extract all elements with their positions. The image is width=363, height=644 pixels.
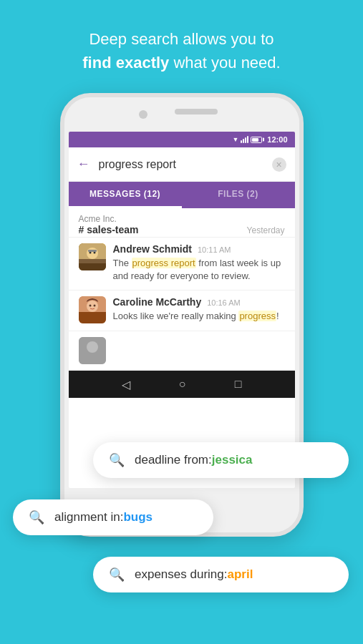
channel-header: Acme Inc. # sales-team Yesterday xyxy=(69,208,295,237)
message-text-2: Looks like we're really making progress! xyxy=(113,310,285,323)
svg-point-11 xyxy=(93,305,95,307)
svg-point-13 xyxy=(87,341,98,353)
back-button[interactable]: ← xyxy=(77,157,90,172)
message-item-3-partial xyxy=(69,331,295,370)
nav-back-button[interactable]: ◁ xyxy=(122,378,130,391)
bar4 xyxy=(247,136,248,143)
svg-rect-3 xyxy=(79,263,106,270)
channel-name: # sales-team xyxy=(79,224,139,235)
chip1-keyword: deadline xyxy=(135,453,184,467)
time-2: 10:16 AM xyxy=(207,298,240,307)
avatar-caroline xyxy=(79,296,106,323)
svg-rect-6 xyxy=(88,250,97,252)
signal-icon: ▼ xyxy=(232,136,238,143)
chip1-search-icon: 🔍 xyxy=(109,452,125,468)
search-query-display[interactable]: progress report xyxy=(99,158,272,171)
bar1 xyxy=(241,140,242,143)
time-1: 10:11 AM xyxy=(198,245,231,254)
result-card: Acme Inc. # sales-team Yesterday xyxy=(69,208,295,371)
suggestion-chip-2[interactable]: 🔍 alignment in:bugs xyxy=(13,499,213,535)
header-line1: Deep search allows you to xyxy=(29,27,334,51)
chip1-text: deadline from:jessica xyxy=(135,453,252,467)
svg-point-8 xyxy=(87,301,98,312)
chip3-text: expenses during:april xyxy=(135,567,253,582)
camera-dot xyxy=(139,110,147,119)
message-content-2: Caroline McCarthy 10:16 AM Looks like we… xyxy=(113,296,285,323)
header-bold: find exactly xyxy=(82,54,169,72)
status-icons: ▼ 12:00 xyxy=(232,135,287,144)
battery-fill xyxy=(252,138,258,142)
tab-messages[interactable]: MESSAGES (12) xyxy=(69,182,182,208)
header-normal: what you need. xyxy=(173,54,280,72)
nav-recents-button[interactable]: □ xyxy=(235,378,242,391)
suggestion-chip-3[interactable]: 🔍 expenses during:april xyxy=(93,557,349,592)
message-meta-2: Caroline McCarthy 10:16 AM xyxy=(113,296,285,308)
chip2-keyword: alignment xyxy=(54,510,110,524)
suggestion-chip-1[interactable]: 🔍 deadline from:jessica xyxy=(93,442,349,478)
bar2 xyxy=(243,139,244,143)
signal-bars xyxy=(241,136,248,143)
search-bar[interactable]: ← progress report × xyxy=(69,147,295,182)
author-caroline: Caroline McCarthy xyxy=(113,296,202,308)
result-date: Yesterday xyxy=(247,225,285,235)
status-time: 12:00 xyxy=(267,135,287,144)
chip1-filter-label: from: xyxy=(184,453,212,467)
android-nav-bar: ◁ ○ □ xyxy=(69,371,295,398)
workspace-name: Acme Inc. xyxy=(79,214,139,224)
chip3-filter-label: during: xyxy=(190,567,228,581)
status-bar: ▼ 12:00 xyxy=(69,132,295,147)
chip2-filter-label: in: xyxy=(110,510,123,524)
author-andrew: Andrew Schmidt xyxy=(113,243,192,255)
svg-rect-9 xyxy=(79,312,106,323)
battery-icon xyxy=(251,137,262,143)
results-area: Acme Inc. # sales-team Yesterday xyxy=(69,208,295,371)
chip3-filter-value: april xyxy=(227,567,253,581)
speaker-grille xyxy=(175,109,218,114)
message-item-1[interactable]: Andrew Schmidt 10:11 AM The progress rep… xyxy=(69,237,295,290)
chip3-keyword: expenses xyxy=(135,567,190,581)
chip2-filter-value: bugs xyxy=(123,510,153,524)
message-text-1: The progress report from last week is up… xyxy=(113,257,285,283)
tab-bar: MESSAGES (12) FILES (2) xyxy=(69,182,295,208)
svg-point-10 xyxy=(89,305,91,307)
chip2-search-icon: 🔍 xyxy=(29,509,44,525)
chip1-filter-value: jessica xyxy=(212,453,253,467)
highlight-1: progress report xyxy=(132,258,196,268)
phone-screen: ▼ 12:00 ← pr xyxy=(69,132,295,488)
tab-files[interactable]: FILES (2) xyxy=(182,182,295,208)
avatar-andrew xyxy=(79,243,106,270)
chip3-search-icon: 🔍 xyxy=(109,567,125,582)
nav-home-button[interactable]: ○ xyxy=(179,378,186,391)
clear-search-button[interactable]: × xyxy=(272,157,286,172)
header-section: Deep search allows you to find exactly w… xyxy=(0,0,363,86)
chip2-text: alignment in:bugs xyxy=(54,510,153,525)
message-meta-1: Andrew Schmidt 10:11 AM xyxy=(113,243,285,255)
message-item-2[interactable]: Caroline McCarthy 10:16 AM Looks like we… xyxy=(69,290,295,331)
highlight-2: progress xyxy=(238,311,276,321)
bar3 xyxy=(245,137,246,143)
avatar-partial xyxy=(79,337,106,364)
phone-top xyxy=(64,97,299,132)
message-content-1: Andrew Schmidt 10:11 AM The progress rep… xyxy=(113,243,285,283)
header-line2: find exactly what you need. xyxy=(29,51,334,74)
svg-point-1 xyxy=(87,248,98,259)
